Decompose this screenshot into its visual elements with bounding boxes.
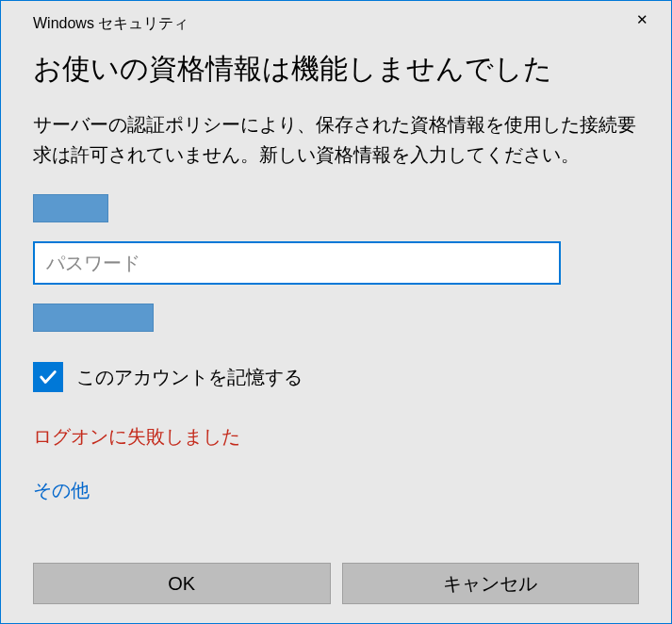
remember-label: このアカウントを記憶する [76, 365, 303, 390]
close-button[interactable]: ✕ [620, 5, 664, 35]
dialog-description: サーバーの認証ポリシーにより、保存された資格情報を使用した接続要求は許可されてい… [33, 109, 639, 170]
password-input[interactable] [33, 241, 561, 285]
cancel-button[interactable]: キャンセル [342, 563, 640, 604]
domain-redacted-block [33, 304, 154, 332]
logon-error-text: ログオンに失敗しました [33, 424, 639, 450]
button-row: OK キャンセル [1, 563, 671, 623]
close-icon: ✕ [636, 11, 648, 28]
dialog-heading: お使いの資格情報は機能しませんでした [33, 50, 639, 87]
titlebar-text: Windows セキュリティ [33, 8, 188, 34]
remember-checkbox[interactable] [33, 362, 63, 392]
ok-button[interactable]: OK [33, 563, 331, 604]
dialog-content: お使いの資格情報は機能しませんでした サーバーの認証ポリシーにより、保存された資… [1, 42, 671, 530]
username-redacted-block [33, 194, 108, 222]
security-dialog: Windows セキュリティ ✕ お使いの資格情報は機能しませんでした サーバー… [0, 0, 672, 624]
titlebar: Windows セキュリティ ✕ [1, 1, 671, 42]
more-options-link[interactable]: その他 [33, 478, 90, 503]
remember-row: このアカウントを記憶する [33, 362, 639, 392]
check-icon [38, 367, 58, 387]
